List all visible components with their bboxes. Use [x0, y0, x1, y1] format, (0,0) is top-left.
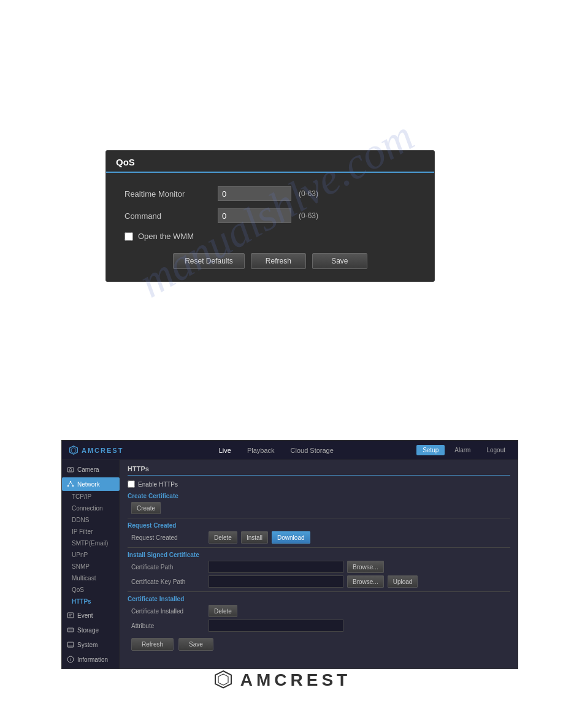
- sidebar-sub-snmp[interactable]: SNMP: [62, 561, 120, 572]
- cert-key-input[interactable]: [209, 575, 343, 588]
- divider-3: [128, 591, 510, 592]
- svg-marker-19: [218, 674, 228, 685]
- info-icon: i: [67, 656, 74, 663]
- sidebar-event-label: Event: [77, 612, 93, 619]
- nav-tab-playback[interactable]: Playback: [240, 445, 282, 456]
- network-icon: [67, 480, 74, 488]
- sidebar-sub-ipfilter[interactable]: IP Filter: [62, 526, 120, 537]
- cert-installed-row: Certificate Installed Delete: [128, 605, 510, 617]
- qos-refresh-button[interactable]: Refresh: [251, 253, 306, 269]
- qos-save-button[interactable]: Save: [312, 253, 367, 269]
- qos-realtime-range: (0-63): [299, 189, 318, 198]
- create-cert-button[interactable]: Create: [131, 502, 161, 514]
- https-save-button[interactable]: Save: [178, 638, 213, 651]
- app-body: Camera Network TCP/IP Connection DDNS: [62, 460, 518, 669]
- nav-alarm-button[interactable]: Alarm: [448, 445, 477, 455]
- nav-setup-button[interactable]: Setup: [416, 445, 445, 455]
- svg-marker-1: [71, 447, 75, 453]
- sidebar-item-info[interactable]: i Information: [62, 653, 120, 666]
- sidebar-network-label: Network: [77, 481, 100, 488]
- bottom-buttons: Refresh Save: [128, 638, 510, 651]
- sidebar-section-info: i Information: [62, 653, 120, 666]
- create-cert-row: Create: [128, 502, 510, 514]
- qos-command-label: Command: [124, 211, 210, 221]
- divider-1: [128, 518, 510, 518]
- cert-attribute-row: Attribute: [128, 620, 510, 632]
- camera-icon: [67, 466, 74, 473]
- cert-key-upload-button[interactable]: Upload: [388, 575, 418, 588]
- nav-right: Setup Alarm Logout: [416, 445, 511, 455]
- sidebar: Camera Network TCP/IP Connection DDNS: [62, 460, 120, 669]
- qos-command-row: Command (0-63): [106, 205, 434, 227]
- amcrest-logo-icon: [68, 445, 79, 456]
- sidebar-sub-smtp[interactable]: SMTP(Email): [62, 537, 120, 549]
- app-logo-text: AMCREST: [82, 447, 123, 454]
- sidebar-sub-tcpip[interactable]: TCP/IP: [62, 491, 120, 502]
- sidebar-item-system[interactable]: System: [62, 638, 120, 651]
- event-icon: [67, 612, 74, 619]
- main-content: HTTPs Enable HTTPs Create Certificate Cr…: [120, 460, 518, 669]
- storage-icon: [67, 626, 74, 634]
- https-refresh-button[interactable]: Refresh: [131, 638, 174, 651]
- nav-logout-button[interactable]: Logout: [480, 445, 511, 455]
- sidebar-sub-qos[interactable]: QoS: [62, 584, 120, 596]
- sidebar-item-camera[interactable]: Camera: [62, 463, 120, 476]
- sidebar-section-camera: Camera: [62, 463, 120, 476]
- sidebar-sub-https[interactable]: HTTPs: [62, 596, 120, 607]
- svg-rect-14: [67, 642, 74, 647]
- cert-installed-delete-button[interactable]: Delete: [209, 605, 237, 617]
- cert-path-input[interactable]: [209, 561, 343, 573]
- bottom-logo: AMCREST: [0, 669, 563, 691]
- qos-wmm-checkbox[interactable]: [124, 232, 133, 241]
- qos-realtime-label: Realtime Monitor: [124, 189, 210, 199]
- amcrest-bottom-logo-text: AMCREST: [240, 670, 351, 690]
- app-nav: AMCREST Live Playback Cloud Storage Setu…: [62, 441, 518, 460]
- svg-line-7: [68, 482, 71, 486]
- sidebar-sub-multicast[interactable]: Multicast: [62, 572, 120, 584]
- request-created-row: Request Created Delete Install Download: [128, 531, 510, 544]
- svg-text:i: i: [70, 658, 71, 662]
- svg-point-3: [69, 469, 72, 471]
- cert-installed-title: Certificate Installed: [128, 596, 510, 602]
- sidebar-sub-connection[interactable]: Connection: [62, 502, 120, 514]
- qos-wmm-label: Open the WMM: [138, 232, 194, 241]
- qos-title-bar: QoS: [106, 151, 434, 173]
- request-delete-button[interactable]: Delete: [209, 531, 237, 544]
- request-created-label: Request Created: [131, 534, 205, 541]
- nav-tabs: Live Playback Cloud Storage: [136, 445, 416, 456]
- system-icon: [67, 641, 74, 648]
- sidebar-sub-upnp[interactable]: UPnP: [62, 549, 120, 561]
- sidebar-section-event: Event: [62, 609, 120, 622]
- nav-tab-cloud[interactable]: Cloud Storage: [283, 445, 341, 456]
- request-download-button[interactable]: Download: [272, 531, 310, 544]
- nav-tab-live[interactable]: Live: [212, 445, 239, 456]
- sidebar-info-label: Information: [77, 656, 108, 663]
- enable-https-checkbox[interactable]: [128, 480, 135, 488]
- cert-attribute-input[interactable]: [209, 620, 343, 632]
- cert-attribute-label: Attribute: [131, 623, 205, 629]
- sidebar-storage-label: Storage: [77, 627, 99, 634]
- sidebar-sub-ddns[interactable]: DDNS: [62, 514, 120, 526]
- request-install-button[interactable]: Install: [241, 531, 268, 544]
- enable-https-label: Enable HTTPs: [138, 481, 178, 488]
- svg-rect-9: [67, 613, 74, 618]
- cert-path-row: Certificate Path Browse...: [128, 561, 510, 573]
- qos-realtime-input[interactable]: [218, 186, 291, 201]
- qos-button-row: Reset Defaults Refresh Save: [106, 253, 434, 269]
- svg-rect-2: [67, 468, 74, 472]
- qos-command-input[interactable]: [218, 208, 291, 223]
- content-title: HTTPs: [128, 465, 510, 476]
- request-created-title: Request Created: [128, 522, 510, 529]
- sidebar-item-network[interactable]: Network: [62, 477, 120, 491]
- create-cert-title: Create Certificate: [128, 493, 510, 499]
- cert-installed-label: Certificate Installed: [131, 608, 205, 615]
- sidebar-item-event[interactable]: Event: [62, 609, 120, 622]
- https-app: AMCREST Live Playback Cloud Storage Setu…: [61, 440, 518, 669]
- amcrest-bottom-logo-icon: [212, 669, 234, 691]
- cert-path-browse-button[interactable]: Browse...: [347, 561, 384, 573]
- cert-key-browse-button[interactable]: Browse...: [347, 575, 384, 588]
- sidebar-item-storage[interactable]: Storage: [62, 623, 120, 637]
- sidebar-camera-label: Camera: [77, 466, 99, 473]
- qos-title: QoS: [116, 157, 135, 167]
- qos-reset-button[interactable]: Reset Defaults: [173, 253, 245, 269]
